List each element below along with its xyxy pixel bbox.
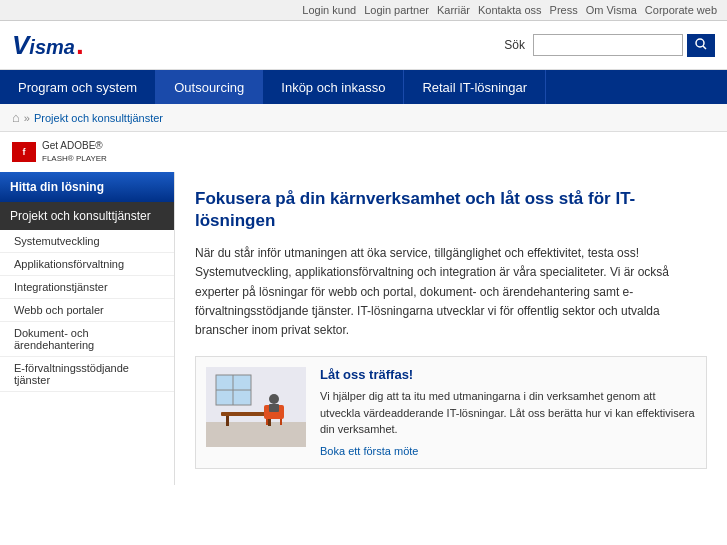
flash-icon: f xyxy=(12,142,36,162)
bottom-card: Låt oss träffas! Vi hjälper dig att ta i… xyxy=(195,356,707,469)
svg-rect-2 xyxy=(206,422,306,447)
search-label: Sök xyxy=(504,38,525,52)
nav-retail-it[interactable]: Retail IT-lösningar xyxy=(404,70,546,104)
search-icon xyxy=(695,38,707,50)
breadcrumb: ⌂ » Projekt och konsulttjänster xyxy=(0,104,727,132)
flash-text[interactable]: Get ADOBE® FLASH® PLAYER xyxy=(42,140,107,164)
search-area: Sök xyxy=(504,34,715,57)
card-image-svg xyxy=(206,367,306,447)
home-icon[interactable]: ⌂ xyxy=(12,110,20,125)
header: Visma. Sök xyxy=(0,21,727,70)
press-link[interactable]: Press xyxy=(550,4,578,16)
page-heading: Fokusera på din kärnverksamhet och låt o… xyxy=(195,188,707,232)
breadcrumb-sep: » xyxy=(24,112,30,124)
logo-area: Visma. xyxy=(12,29,84,61)
card-image xyxy=(206,367,306,447)
card-body: Vi hjälper dig att ta itu med utmaningar… xyxy=(320,388,696,438)
sidebar-item-1[interactable]: Applikationsförvaltning xyxy=(0,253,174,276)
card-heading: Låt oss träffas! xyxy=(320,367,696,382)
svg-point-0 xyxy=(696,39,704,47)
sidebar-item-5[interactable]: E-förvaltningsstödjande tjänster xyxy=(0,357,174,392)
breadcrumb-link[interactable]: Projekt och konsulttjänster xyxy=(34,112,163,124)
sidebar-item-3[interactable]: Webb och portaler xyxy=(0,299,174,322)
corporate-web-link[interactable]: Corporate web xyxy=(645,4,717,16)
logo-v: V xyxy=(12,30,29,61)
right-content: Fokusera på din kärnverksamhet och låt o… xyxy=(175,172,727,485)
svg-rect-8 xyxy=(226,416,229,426)
svg-rect-12 xyxy=(280,419,282,425)
login-partner-link[interactable]: Login partner xyxy=(364,4,429,16)
flash-line2: FLASH® PLAYER xyxy=(42,152,107,164)
visma-logo[interactable]: Visma. xyxy=(12,29,84,61)
card-link[interactable]: Boka ett första möte xyxy=(320,445,418,457)
nav-bar: Program och system Outsourcing Inköp och… xyxy=(0,70,727,104)
karriar-link[interactable]: Karriär xyxy=(437,4,470,16)
main-content: Hitta din lösning Projekt och konsulttjä… xyxy=(0,172,727,485)
svg-point-13 xyxy=(269,394,279,404)
search-input[interactable] xyxy=(533,34,683,56)
flash-line1: Get ADOBE® xyxy=(42,140,107,152)
nav-inkop-inkasso[interactable]: Inköp och inkasso xyxy=(263,70,404,104)
logo-dot: . xyxy=(76,29,84,61)
sidebar: Hitta din lösning Projekt och konsulttjä… xyxy=(0,172,175,485)
login-kund-link[interactable]: Login kund xyxy=(302,4,356,16)
card-text: Låt oss träffas! Vi hjälper dig att ta i… xyxy=(320,367,696,458)
page-intro: När du står inför utmaningen att öka ser… xyxy=(195,244,707,340)
flash-f: f xyxy=(23,147,26,157)
svg-rect-11 xyxy=(266,419,268,425)
om-visma-link[interactable]: Om Visma xyxy=(586,4,637,16)
sidebar-item-4[interactable]: Dokument- och ärendehantering xyxy=(0,322,174,357)
svg-rect-14 xyxy=(269,404,279,412)
sidebar-active-item[interactable]: Projekt och konsulttjänster xyxy=(0,202,174,230)
sidebar-header: Hitta din lösning xyxy=(0,172,174,202)
svg-line-1 xyxy=(703,46,706,49)
nav-program-system[interactable]: Program och system xyxy=(0,70,156,104)
top-bar: Login kund Login partner Karriär Kontakt… xyxy=(0,0,727,21)
kontakta-oss-link[interactable]: Kontakta oss xyxy=(478,4,542,16)
sidebar-item-2[interactable]: Integrationstjänster xyxy=(0,276,174,299)
logo-isma: isma xyxy=(29,36,75,59)
search-button[interactable] xyxy=(687,34,715,57)
nav-outsourcing[interactable]: Outsourcing xyxy=(156,70,263,104)
sidebar-item-0[interactable]: Systemutveckling xyxy=(0,230,174,253)
flash-notice: f Get ADOBE® FLASH® PLAYER xyxy=(0,132,727,172)
